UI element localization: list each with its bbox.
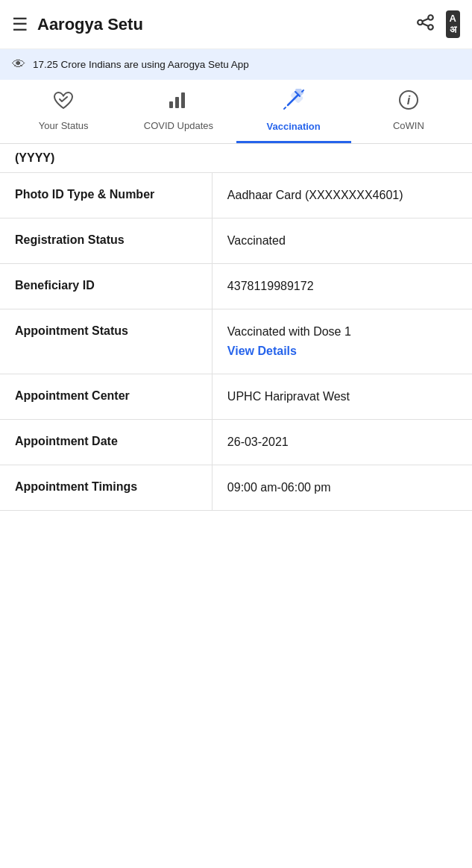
registration-status-label: Registration Status	[0, 218, 213, 263]
view-details-link[interactable]: View Details	[227, 342, 460, 360]
year-label-row: (YYYY)	[0, 144, 472, 173]
svg-line-3	[422, 19, 428, 21]
svg-rect-7	[181, 92, 185, 108]
appointment-timings-value: 09:00 am-06:00 pm	[213, 465, 472, 510]
registration-status-value: Vaccinated	[213, 218, 472, 263]
year-label-text: (YYYY)	[15, 151, 54, 164]
appointment-status-text: Vaccinated with Dose 1	[227, 325, 351, 338]
svg-rect-5	[169, 101, 173, 108]
user-count-banner: 👁 17.25 Crore Indians are using Aarogya …	[0, 49, 472, 80]
app-title: Aarogya Setu	[37, 15, 416, 34]
eye-icon: 👁	[12, 57, 25, 72]
table-row: Beneficiary ID 4378119989172	[0, 264, 472, 309]
tab-cowin[interactable]: i CoWIN	[351, 89, 466, 142]
share-icon[interactable]	[416, 14, 435, 35]
tab-covid-updates-label: COVID Updates	[144, 120, 213, 131]
tab-your-status[interactable]: Your Status	[6, 89, 121, 142]
tab-cowin-label: CoWIN	[393, 120, 424, 131]
banner-text: 17.25 Crore Indians are using Aarogya Se…	[33, 59, 249, 70]
language-toggle[interactable]: Aअ	[446, 10, 460, 38]
cowin-icon: i	[398, 89, 419, 116]
appointment-center-label: Appointment Center	[0, 374, 213, 419]
table-row: Appointment Timings 09:00 am-06:00 pm	[0, 465, 472, 511]
your-status-icon	[52, 89, 75, 116]
svg-rect-6	[175, 97, 179, 108]
menu-icon[interactable]: ☰	[12, 16, 28, 34]
table-row: Photo ID Type & Number Aadhaar Card (XXX…	[0, 173, 472, 218]
main-content: (YYYY) Photo ID Type & Number Aadhaar Ca…	[0, 144, 472, 511]
vaccination-icon	[282, 89, 306, 116]
svg-point-1	[428, 25, 433, 30]
beneficiary-id-value: 4378119989172	[213, 264, 472, 309]
photo-id-label: Photo ID Type & Number	[0, 173, 213, 218]
table-row: Appointment Date 26-03-2021	[0, 420, 472, 465]
tab-your-status-label: Your Status	[39, 120, 89, 131]
table-row: Appointment Status Vaccinated with Dose …	[0, 309, 472, 374]
svg-point-2	[418, 19, 423, 25]
svg-text:i: i	[407, 94, 411, 107]
app-header: ☰ Aarogya Setu Aअ	[0, 0, 472, 49]
appointment-status-label: Appointment Status	[0, 309, 213, 374]
beneficiary-id-label: Beneficiary ID	[0, 264, 213, 309]
tab-vaccination[interactable]: Vaccination	[236, 89, 351, 143]
appointment-timings-label: Appointment Timings	[0, 465, 213, 510]
svg-line-4	[422, 23, 428, 25]
photo-id-value: Aadhaar Card (XXXXXXXX4601)	[213, 173, 472, 218]
navigation-tabs: Your Status COVID Updates Vacci	[0, 80, 472, 144]
svg-line-11	[284, 107, 286, 109]
tab-covid-updates[interactable]: COVID Updates	[121, 89, 236, 142]
covid-updates-icon	[167, 89, 189, 116]
appointment-center-value: UPHC Haripravat West	[213, 374, 472, 419]
vaccination-details-table: Photo ID Type & Number Aadhaar Card (XXX…	[0, 173, 472, 511]
table-row: Registration Status Vaccinated	[0, 218, 472, 264]
appointment-status-value: Vaccinated with Dose 1 View Details	[213, 309, 472, 374]
appointment-date-label: Appointment Date	[0, 420, 213, 465]
svg-point-0	[428, 15, 433, 20]
header-actions: Aअ	[416, 10, 460, 38]
appointment-date-value: 26-03-2021	[213, 420, 472, 465]
tab-vaccination-label: Vaccination	[267, 121, 321, 132]
table-row: Appointment Center UPHC Haripravat West	[0, 374, 472, 420]
